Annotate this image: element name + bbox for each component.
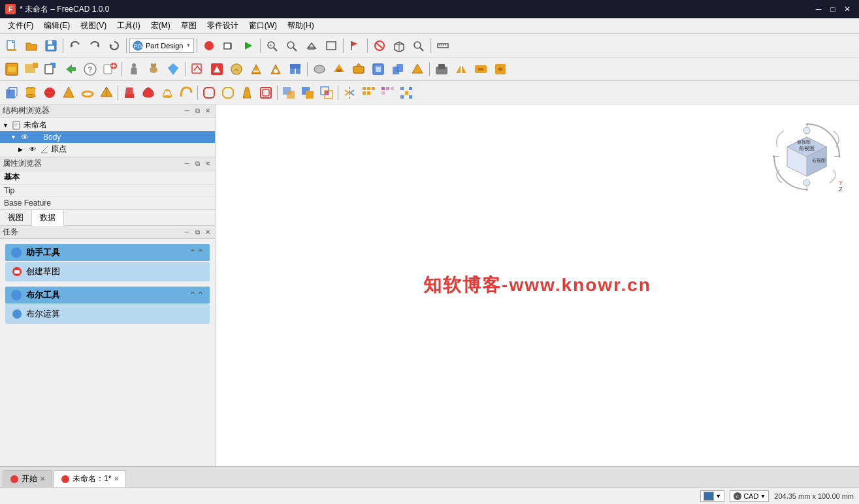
tb2-icon10[interactable] (369, 60, 387, 78)
struct-float-btn[interactable]: ⧉ (193, 106, 202, 116)
sketch-new[interactable] (22, 60, 41, 78)
tb2-icon11[interactable] (389, 60, 407, 78)
save-button[interactable] (42, 37, 60, 55)
color-dropdown[interactable]: ▼ (700, 490, 724, 502)
zoom-button[interactable] (283, 37, 301, 55)
tree-item-body[interactable]: ▼ 👁 Body (0, 131, 215, 143)
pd-bool-common[interactable] (317, 84, 336, 102)
pd-thickness[interactable] (257, 84, 275, 102)
pd-bool-fuse[interactable] (299, 84, 317, 102)
nav-cube[interactable]: 前视图 右视图 俯视图 ↑ ↓ ← → Y Z (768, 118, 846, 196)
record-button[interactable] (200, 37, 218, 55)
prop-min-btn[interactable]: ─ (182, 159, 191, 168)
sketch-body[interactable] (3, 60, 21, 78)
task-bool-collapse[interactable]: ⌃⌃ (189, 290, 204, 300)
ruler-btn[interactable] (434, 37, 452, 55)
tasks-close-btn[interactable]: ✕ (203, 228, 212, 237)
prop-close-btn[interactable]: ✕ (203, 159, 212, 168)
pd-cone[interactable] (59, 84, 78, 102)
stop-button[interactable] (219, 37, 238, 55)
tb2-icon3[interactable] (227, 60, 246, 78)
pd-cylinder[interactable] (22, 84, 40, 102)
undo-button[interactable] (66, 37, 84, 55)
view3d-button[interactable] (302, 37, 321, 55)
menu-file[interactable]: 文件(F) (3, 19, 39, 33)
tab-start-close[interactable]: ✕ (40, 475, 45, 482)
tab-start[interactable]: 开始 ✕ (3, 470, 52, 487)
view-no-btn[interactable] (370, 37, 389, 55)
pd-extrude[interactable] (120, 84, 138, 102)
tb2-icon7[interactable] (310, 60, 329, 78)
sketch-dog[interactable] (144, 60, 163, 78)
minimize-button[interactable]: ─ (812, 3, 825, 16)
cad-dropdown[interactable]: C CAD ▼ (730, 490, 769, 502)
tb2-icon2[interactable] (208, 60, 226, 78)
tb2-icon9[interactable] (349, 60, 368, 78)
new-button[interactable] (3, 37, 21, 55)
struct-close-btn[interactable]: ✕ (203, 106, 212, 116)
open-button[interactable] (22, 37, 41, 55)
view-flag[interactable] (346, 37, 365, 55)
task-item-sketch[interactable]: 创建草图 (5, 262, 210, 281)
menu-edit[interactable]: 编辑(E) (39, 19, 75, 33)
pd-mirror[interactable] (340, 84, 359, 102)
tb2-icon14[interactable] (452, 60, 470, 78)
tb2-icon16[interactable] (491, 60, 510, 78)
tb2-icon6[interactable] (286, 60, 304, 78)
prop-float-btn[interactable]: ⧉ (193, 159, 202, 168)
pd-bool-cut[interactable] (280, 84, 298, 102)
pd-pattern[interactable] (397, 84, 415, 102)
tb2-icon12[interactable] (408, 60, 427, 78)
play-button[interactable] (239, 37, 257, 55)
sketch-attach[interactable] (42, 60, 60, 78)
refresh-button[interactable] (105, 37, 123, 55)
pd-chamfer[interactable] (219, 84, 237, 102)
pd-sphere[interactable] (41, 84, 59, 102)
task-helper-collapse[interactable]: ⌃⌃ (189, 247, 204, 258)
tb2-icon5[interactable] (267, 60, 285, 78)
pd-draft[interactable] (238, 84, 256, 102)
menu-macro[interactable]: 宏(M) (146, 19, 176, 33)
tb2-icon4[interactable] (247, 60, 265, 78)
pd-revolve[interactable] (139, 84, 157, 102)
tab-unnamed-close[interactable]: ✕ (114, 475, 119, 482)
tab-unnamed[interactable]: 未命名：1* ✕ (54, 470, 126, 487)
workbench-dropdown[interactable]: PD Part Design ▼ (129, 39, 194, 53)
pd-loft[interactable] (158, 84, 176, 102)
tree-item-origin[interactable]: ▶ 👁 原点 (0, 143, 215, 155)
task-item-bool[interactable]: 布尔运算 (5, 304, 210, 324)
close-button[interactable]: ✕ (841, 3, 854, 16)
prop-base-value[interactable] (188, 197, 215, 210)
task-header-bool[interactable]: 布尔工具 ⌃⌃ (5, 287, 210, 304)
menu-view[interactable]: 视图(V) (75, 19, 112, 33)
tasks-min-btn[interactable]: ─ (182, 228, 191, 237)
prop-tip-value[interactable] (188, 185, 215, 197)
tasks-float-btn[interactable]: ⧉ (193, 228, 202, 237)
pd-torus[interactable] (78, 84, 97, 102)
viewport[interactable]: 知软博客-www.knowr.cn 前视图 (216, 104, 859, 466)
sketch-red-target[interactable] (101, 60, 119, 78)
pd-fillet[interactable] (200, 84, 218, 102)
pd-array2[interactable] (378, 84, 397, 102)
redo-button[interactable] (86, 37, 104, 55)
sketch-arrow2[interactable] (188, 60, 206, 78)
pd-box[interactable] (3, 84, 21, 102)
prop-tab-data[interactable]: 数据 (32, 210, 64, 226)
view-box-btn[interactable] (390, 37, 408, 55)
pd-sweep[interactable] (177, 84, 195, 102)
pd-prism[interactable] (97, 84, 116, 102)
tree-item-root[interactable]: ▼ 未命名 (0, 119, 215, 131)
sketch-person[interactable] (125, 60, 143, 78)
struct-min-btn[interactable]: ─ (182, 106, 191, 116)
sketch-arrow[interactable] (61, 60, 80, 78)
nav-cube-svg[interactable]: 前视图 右视图 俯视图 ↑ ↓ ← → (768, 118, 846, 196)
tb2-icon13[interactable] (432, 60, 451, 78)
view-front[interactable] (322, 37, 340, 55)
tb2-icon15[interactable] (472, 60, 490, 78)
menu-partdesign[interactable]: 零件设计 (202, 19, 244, 33)
prop-tab-view[interactable]: 视图 (0, 210, 32, 225)
menu-window[interactable]: 窗口(W) (244, 19, 282, 33)
maximize-button[interactable]: □ (826, 3, 839, 16)
menu-help[interactable]: 帮助(H) (282, 19, 319, 33)
search-btn[interactable] (410, 37, 428, 55)
